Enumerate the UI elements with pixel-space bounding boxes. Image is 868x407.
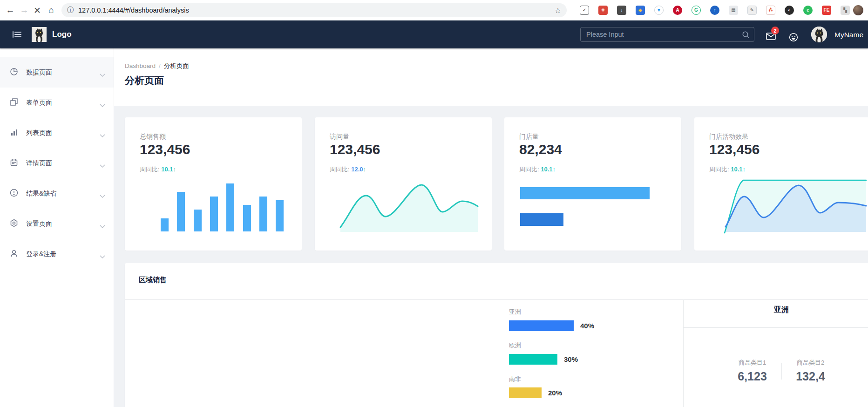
emoji-icon[interactable] bbox=[789, 33, 798, 44]
breadcrumb: Dashboard/分析页面 bbox=[125, 62, 189, 70]
red-grid-ext-icon[interactable]: ❖ bbox=[598, 6, 608, 15]
main-content: Dashboard/分析页面 分析页面 总销售额 123,456 周同比: 10… bbox=[114, 48, 868, 407]
evernote-ext-icon[interactable]: e bbox=[803, 6, 813, 15]
sidebar-item-settings-pages[interactable]: 设置页面 bbox=[0, 209, 114, 239]
download-ext-icon[interactable]: ↓ bbox=[617, 6, 626, 15]
legend-item-asia: 亚洲 40% bbox=[509, 308, 594, 331]
sidebar-item-list-pages[interactable]: 列表页面 bbox=[0, 118, 114, 148]
username-label[interactable]: MyName bbox=[834, 31, 863, 39]
sitemap-ext-icon[interactable]: ⁂ bbox=[766, 6, 775, 15]
image-ext-icon[interactable]: ▦ bbox=[729, 6, 738, 15]
region-sales-title: 区域销售 bbox=[139, 276, 167, 285]
bar-chart-icon bbox=[9, 128, 19, 139]
sidebar-item-form-pages[interactable]: 表单页面 bbox=[0, 88, 114, 118]
chevron-down-icon bbox=[100, 162, 105, 170]
app-logo-label: Logo bbox=[52, 30, 72, 39]
region-sales-card: 区域销售 亚洲 40% 欧洲 30% 南非 20% 亚洲 商品类目1 6,123 bbox=[125, 263, 868, 407]
mini-area-chart bbox=[333, 181, 482, 234]
mini-bar-chart bbox=[158, 183, 289, 234]
region-detail-panel: 亚洲 商品类目1 6,123 商品类目2 132,4 bbox=[684, 300, 868, 407]
browser-profile-avatar[interactable] bbox=[853, 5, 863, 15]
app-logo-image[interactable] bbox=[32, 27, 47, 42]
legend-bar-asia bbox=[509, 320, 574, 331]
navbar-search bbox=[580, 27, 754, 42]
chevron-down-icon bbox=[100, 222, 105, 231]
legend-item-europe: 欧洲 30% bbox=[509, 341, 578, 365]
sidebar-item-detail-pages[interactable]: 详情页面 bbox=[0, 148, 114, 178]
breadcrumb-dashboard[interactable]: Dashboard bbox=[125, 62, 156, 69]
abp-ext-icon[interactable]: A bbox=[673, 6, 682, 15]
sidebar-item-result-pages[interactable]: 结果&缺省 bbox=[0, 178, 114, 209]
gear-icon bbox=[9, 218, 19, 230]
chevron-down-icon bbox=[100, 71, 105, 79]
chevron-down-icon bbox=[100, 192, 105, 200]
pencil-ext-icon[interactable]: ✎ bbox=[747, 6, 757, 15]
user-icon bbox=[9, 249, 19, 260]
mini-hbar-bottom bbox=[520, 213, 563, 226]
detail-stat-category1: 商品类目1 6,123 bbox=[728, 359, 777, 383]
page-title: 分析页面 bbox=[125, 74, 164, 87]
chevron-down-icon bbox=[100, 252, 105, 261]
shield-check-ext-icon[interactable]: ✓ bbox=[580, 6, 589, 15]
search-icon[interactable] bbox=[742, 31, 750, 41]
breadcrumb-current: 分析页面 bbox=[164, 62, 189, 69]
grammarly-ext-icon[interactable]: G bbox=[692, 6, 701, 15]
extensions-row: ✓❖↓◆▼AG↑▦✎⁂◐eFE▚ bbox=[0, 0, 868, 20]
detail-stat-category2: 商品类目2 132,4 bbox=[787, 359, 835, 383]
sidebar-toggle-icon[interactable] bbox=[12, 31, 21, 40]
legend-item-south-africa: 南非 20% bbox=[509, 375, 562, 398]
search-input[interactable] bbox=[581, 27, 754, 41]
sidebar-item-login-register[interactable]: 登录&注册 bbox=[0, 239, 114, 269]
copy-squares-icon bbox=[9, 97, 19, 109]
up-arrow-ext-icon[interactable]: ↑ bbox=[710, 6, 719, 15]
chevron-down-icon bbox=[100, 131, 105, 140]
blue-pin-ext-icon[interactable]: ▼ bbox=[654, 6, 664, 15]
blue-shield-ext-icon[interactable]: ◆ bbox=[636, 6, 645, 15]
stat-card-total-sales: 总销售额 123,456 周同比: 10.1↑ bbox=[125, 117, 302, 251]
stat-card-stores: 门店量 82,234 周同比: 10.1↑ bbox=[504, 117, 681, 251]
stat-card-visits: 访问量 123,456 周同比: 12.0↑ bbox=[315, 117, 492, 251]
pie-chart-icon bbox=[9, 67, 19, 78]
legend-bar-europe bbox=[509, 354, 557, 365]
page-header: Dashboard/分析页面 分析页面 bbox=[114, 48, 868, 106]
warning-circle-icon bbox=[9, 188, 19, 199]
mini-hbar-top bbox=[520, 187, 650, 199]
browser-toolbar: ← → ✕ ⌂ ⓘ 127.0.0.1:4444/#/dashboard/ana… bbox=[0, 0, 868, 20]
divider bbox=[781, 363, 782, 380]
dark-globe-ext-icon[interactable]: ◐ bbox=[785, 6, 794, 15]
sidebar: 数据页面 表单页面 列表页面 详情页面 结果&缺省 设置页面 登录&注册 bbox=[0, 48, 114, 407]
legend-bar-south-africa bbox=[509, 387, 542, 398]
sidebar-item-data-pages[interactable]: 数据页面 bbox=[0, 57, 114, 88]
mini-dual-area-chart bbox=[717, 177, 867, 235]
detail-title: 亚洲 bbox=[684, 305, 868, 315]
user-avatar[interactable] bbox=[811, 27, 827, 42]
fe-ext-icon[interactable]: FE bbox=[822, 6, 831, 15]
app-navbar: Logo 2 MyName bbox=[0, 20, 868, 48]
puzzle-ext-icon[interactable]: ▚ bbox=[841, 6, 850, 15]
chevron-down-icon bbox=[100, 101, 105, 109]
stat-card-campaign: 门店活动效果 123,456 周同比: 10.1↑ bbox=[694, 117, 868, 251]
messages-badge: 2 bbox=[771, 27, 779, 34]
calendar-doc-icon bbox=[9, 158, 19, 169]
divider bbox=[684, 327, 868, 328]
